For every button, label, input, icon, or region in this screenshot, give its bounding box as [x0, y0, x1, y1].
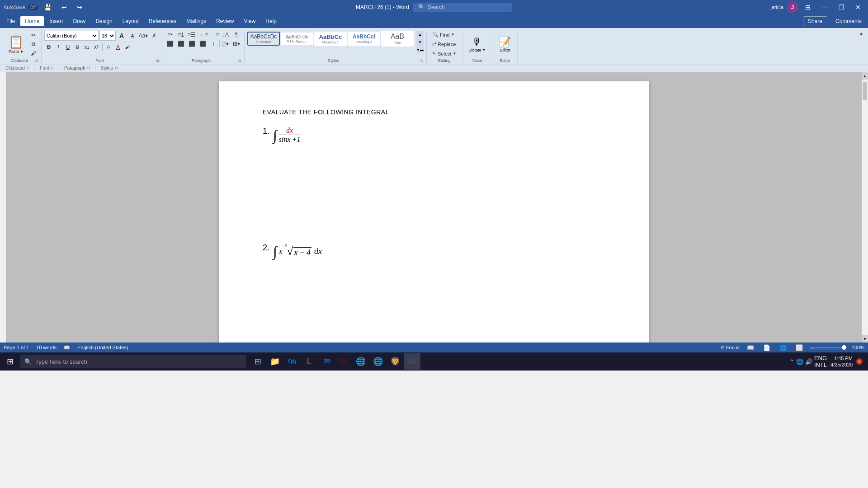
menu-layout[interactable]: Layout — [118, 16, 143, 26]
restore-button[interactable]: ❐ — [835, 0, 848, 14]
dictate-button[interactable]: 🎙 Dictate ▼ — [465, 35, 490, 53]
undo-button[interactable]: ↩ — [58, 0, 71, 14]
file-explorer-button[interactable]: 📁 — [267, 353, 283, 370]
style-heading1[interactable]: AaBbCc Heading 1 — [314, 32, 347, 46]
edge-button[interactable]: 🌐 — [353, 353, 369, 370]
menu-home[interactable]: Home — [20, 16, 44, 26]
align-left-button[interactable]: ⬛ — [165, 40, 175, 48]
justify-button[interactable]: ⬛ — [198, 40, 208, 48]
clipboard-expand-icon[interactable]: ⊡ — [35, 59, 38, 63]
title-search-bar[interactable]: 🔍 Search — [413, 3, 512, 12]
styles-scroll-down[interactable]: ▼ — [416, 38, 424, 46]
align-right-button[interactable]: ⬛ — [187, 40, 197, 48]
scroll-thumb[interactable] — [863, 82, 867, 100]
notification-badge[interactable]: 6 — [856, 358, 863, 365]
menu-file[interactable]: File — [2, 16, 19, 26]
read-mode-button[interactable]: 📖 — [745, 344, 756, 351]
lasso-button[interactable]: L — [301, 353, 317, 370]
start-button[interactable]: ⊞ — [2, 353, 18, 370]
comments-button[interactable]: Comments — [831, 16, 866, 26]
menu-draw[interactable]: Draw — [68, 16, 90, 26]
scroll-down-button[interactable]: ▼ — [862, 335, 868, 343]
ribbon-collapse-button[interactable]: ▲ — [856, 30, 866, 65]
numbering-button[interactable]: ≡1 — [176, 31, 186, 39]
rl-styles-expand[interactable]: ⊡ — [115, 66, 118, 70]
paragraph-expand-icon[interactable]: ⊡ — [238, 59, 241, 63]
shading-button[interactable]: ░▾ — [221, 40, 231, 48]
close-button[interactable]: ✕ — [852, 0, 864, 14]
volume-icon[interactable]: 🔊 — [805, 358, 812, 365]
rl-font-expand[interactable]: ⊡ — [51, 66, 54, 70]
menu-review[interactable]: Review — [212, 16, 238, 26]
spellcheck-icon[interactable]: 📖 — [64, 345, 70, 351]
paste-dropdown-icon[interactable]: ▼ — [20, 50, 24, 54]
editor-button[interactable]: 📝 Editor — [495, 35, 514, 53]
web-layout-button[interactable]: 🌐 — [778, 344, 788, 351]
superscript-button[interactable]: x² — [92, 42, 101, 52]
select-dropdown[interactable]: ▼ — [453, 52, 457, 56]
style-title[interactable]: AaB Title — [381, 31, 414, 47]
show-formatting-button[interactable]: ¶ — [231, 31, 241, 39]
store-button[interactable]: 🛍 — [284, 353, 300, 370]
font-color-button[interactable]: 🖌 — [123, 42, 132, 52]
zoom-thumb[interactable] — [842, 345, 846, 350]
menu-design[interactable]: Design — [91, 16, 117, 26]
doc-area[interactable]: EVALUATE THE FOLLOWING INTEGRAL 1. ∫ dx … — [6, 72, 862, 343]
autosave-toggle[interactable]: Off — [28, 5, 38, 10]
minimize-button[interactable]: — — [818, 0, 831, 14]
task-view-button[interactable]: ⊞ — [250, 353, 266, 370]
scroll-track[interactable] — [862, 80, 868, 335]
styles-expand-icon[interactable]: ⊡ — [420, 59, 424, 63]
zoom-slider[interactable]: — — [810, 347, 846, 348]
cut-button[interactable]: ✂ — [28, 31, 38, 39]
find-dropdown[interactable]: ▼ — [451, 33, 454, 37]
rl-clipboard-expand[interactable]: ⊡ — [27, 66, 30, 70]
paste-button[interactable]: 📋 Paste ▼ — [5, 32, 28, 56]
line-spacing-button[interactable]: ↕ — [208, 40, 218, 48]
select-button[interactable]: ↖ Select ▼ — [429, 50, 459, 57]
rl-styles[interactable]: Styles ⊡ — [97, 65, 121, 72]
rl-paragraph-expand[interactable]: ⊡ — [87, 66, 90, 70]
user-avatar[interactable]: J — [787, 2, 798, 13]
font-family-select[interactable]: Calibri (Body) — [44, 31, 99, 41]
focus-view-button[interactable]: ⬜ — [794, 344, 805, 351]
bullets-button[interactable]: ≡• — [165, 31, 175, 39]
display-settings-button[interactable]: ⊟ — [802, 0, 814, 14]
font-expand-icon[interactable]: ⊡ — [156, 59, 159, 63]
text-highlight-button[interactable]: A — [104, 42, 113, 52]
subscript-button[interactable]: x₂ — [82, 42, 91, 52]
network-icon[interactable]: 🌐 — [796, 358, 803, 365]
share-button[interactable]: Share — [803, 16, 827, 26]
menu-references[interactable]: References — [144, 16, 181, 26]
ie-button[interactable]: 🌐 — [370, 353, 386, 370]
word-button[interactable]: W — [404, 353, 420, 370]
style-normal[interactable]: AaBbCcDc ¶ Normal — [247, 32, 280, 46]
sort-button[interactable]: ↕A — [221, 31, 231, 39]
style-heading2[interactable]: AaBbCcI Heading 2 — [348, 32, 380, 46]
menu-mailings[interactable]: Mailings — [182, 16, 211, 26]
scroll-up-button[interactable]: ▲ — [862, 72, 868, 80]
find-button[interactable]: 🔍 Find ▼ — [429, 31, 457, 38]
rl-font[interactable]: Font ⊡ — [36, 65, 57, 72]
style-nospace[interactable]: AaBbCcDc ¶ No Spac... — [281, 33, 313, 45]
decrease-indent-button[interactable]: ←≡ — [199, 31, 209, 39]
font-size-select[interactable]: 16 — [99, 31, 116, 41]
save-button[interactable]: 💾 — [40, 0, 55, 14]
shrink-font-button[interactable]: A — [127, 32, 137, 40]
text-color-button[interactable]: A — [113, 42, 123, 52]
borders-button[interactable]: ⊞▾ — [231, 40, 241, 48]
grow-font-button[interactable]: A — [117, 32, 127, 40]
redo-button[interactable]: ↪ — [73, 0, 86, 14]
brave-button[interactable]: 🦁 — [387, 353, 403, 370]
strikethrough-button[interactable]: S — [73, 42, 82, 52]
vertical-scrollbar[interactable]: ▲ ▼ — [862, 72, 868, 343]
document-page[interactable]: EVALUATE THE FOLLOWING INTEGRAL 1. ∫ dx … — [219, 81, 649, 343]
focus-button[interactable]: ⊙ Focus — [721, 345, 740, 351]
styles-more[interactable]: ▼▬ — [416, 46, 424, 53]
dictate-dropdown[interactable]: ▼ — [482, 48, 486, 52]
antivirus-button[interactable]: 🛡 — [335, 353, 352, 370]
copy-button[interactable]: ⧉ — [28, 40, 38, 48]
clear-format-button[interactable]: ✗ — [149, 32, 159, 40]
bold-button[interactable]: B — [44, 42, 53, 52]
styles-scroll-up[interactable]: ▲ — [416, 31, 424, 38]
